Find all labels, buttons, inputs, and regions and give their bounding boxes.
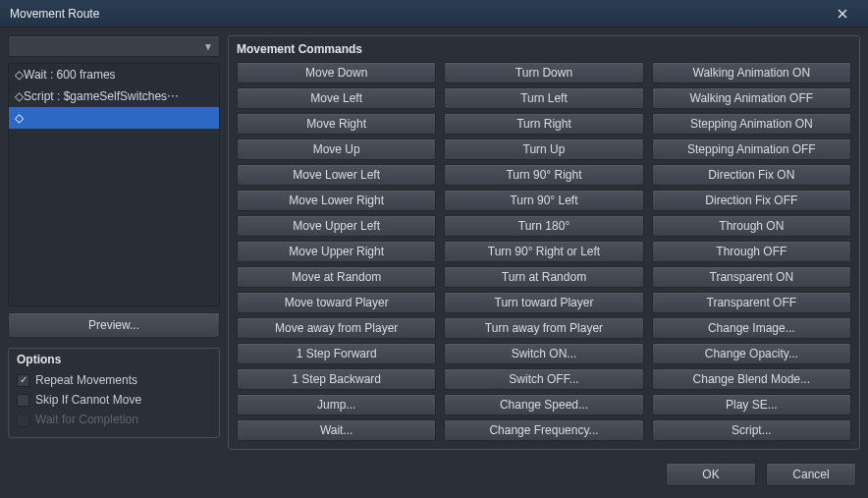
close-icon — [838, 9, 847, 19]
checkbox-icon — [17, 414, 29, 426]
command-button[interactable]: Turn 90° Left — [444, 190, 643, 211]
command-button[interactable]: Jump... — [237, 394, 436, 415]
preview-button[interactable]: Preview... — [8, 312, 220, 338]
command-button[interactable]: Turn at Random — [444, 266, 643, 288]
command-button[interactable]: Move toward Player — [237, 292, 436, 313]
window-title: Movement Route — [10, 7, 825, 21]
target-dropdown[interactable]: ▼ — [8, 35, 220, 57]
command-button[interactable]: Wait... — [237, 419, 436, 441]
command-button[interactable]: Move Upper Left — [237, 215, 436, 237]
command-button[interactable]: Move Down — [237, 62, 436, 83]
command-button[interactable]: Change Image... — [652, 317, 851, 339]
route-item[interactable]: ◇Wait : 600 frames — [9, 64, 219, 85]
command-button[interactable]: Turn Up — [444, 138, 643, 160]
command-button[interactable]: Stepping Animation OFF — [652, 138, 851, 160]
command-button[interactable]: Move away from Player — [237, 317, 436, 339]
ok-button[interactable]: OK — [666, 463, 756, 486]
wait-for-completion-label: Wait for Completion — [35, 411, 138, 428]
close-button[interactable] — [825, 0, 860, 27]
command-button[interactable]: Move Left — [237, 87, 436, 109]
command-button[interactable]: Walking Animation OFF — [652, 87, 851, 109]
command-button[interactable]: Through OFF — [652, 241, 851, 262]
command-button[interactable]: Turn Left — [444, 87, 643, 109]
skip-if-cannot-move-checkbox[interactable]: Skip If Cannot Move — [17, 390, 211, 410]
repeat-movements-label: Repeat Movements — [35, 371, 137, 389]
command-button[interactable]: Change Speed... — [444, 394, 643, 415]
route-item[interactable]: ◇ — [9, 107, 219, 129]
command-button[interactable]: Turn 90° Right or Left — [444, 241, 643, 262]
command-button[interactable]: Change Frequency... — [444, 419, 643, 441]
command-button[interactable]: Turn 180° — [444, 215, 643, 237]
command-button[interactable]: Walking Animation ON — [652, 62, 851, 83]
repeat-movements-checkbox[interactable]: ✓ Repeat Movements — [17, 370, 211, 390]
command-button[interactable]: Turn Right — [444, 113, 643, 135]
command-button[interactable]: Turn Down — [444, 62, 643, 83]
command-button[interactable]: 1 Step Backward — [237, 368, 436, 390]
skip-if-cannot-move-label: Skip If Cannot Move — [35, 391, 141, 409]
dialog-footer: OK Cancel — [0, 458, 868, 490]
route-item[interactable]: ◇Script : $gameSelfSwitches‧‧‧ — [9, 85, 219, 107]
chevron-down-icon: ▼ — [203, 41, 213, 52]
command-button[interactable]: Switch ON... — [444, 343, 643, 364]
command-button[interactable]: Change Blend Mode... — [652, 368, 851, 390]
command-button[interactable]: Move Lower Left — [237, 164, 436, 186]
movement-commands-title: Movement Commands — [237, 42, 851, 56]
command-button[interactable]: Stepping Animation ON — [652, 113, 851, 135]
command-button[interactable]: Move Right — [237, 113, 436, 135]
command-button[interactable]: Direction Fix ON — [652, 164, 851, 186]
command-button[interactable]: Move at Random — [237, 266, 436, 288]
route-list[interactable]: ◇Wait : 600 frames◇Script : $gameSelfSwi… — [8, 63, 220, 306]
command-button[interactable]: Direction Fix OFF — [652, 190, 851, 211]
command-button[interactable]: Turn 90° Right — [444, 164, 643, 186]
checkbox-icon — [17, 394, 29, 407]
command-button[interactable]: Turn toward Player — [444, 292, 643, 313]
command-button[interactable]: Transparent OFF — [652, 292, 851, 313]
command-button[interactable]: Play SE... — [652, 394, 851, 415]
checkbox-icon: ✓ — [17, 374, 29, 387]
options-group: Options ✓ Repeat Movements Skip If Canno… — [8, 348, 220, 438]
cancel-button[interactable]: Cancel — [766, 463, 856, 486]
movement-commands-group: Movement Commands Move DownTurn DownWalk… — [228, 35, 860, 450]
command-button[interactable]: Turn away from Player — [444, 317, 643, 339]
command-button[interactable]: Move Up — [237, 138, 436, 160]
wait-for-completion-checkbox: Wait for Completion — [17, 410, 211, 429]
title-bar: Movement Route — [0, 0, 868, 28]
command-button[interactable]: Change Opacity... — [652, 343, 851, 364]
command-button[interactable]: Script... — [652, 419, 851, 441]
command-button[interactable]: Through ON — [652, 215, 851, 237]
command-button[interactable]: Switch OFF... — [444, 368, 643, 390]
command-button[interactable]: Move Upper Right — [237, 241, 436, 262]
options-title: Options — [17, 353, 211, 366]
command-button[interactable]: Transparent ON — [652, 266, 851, 288]
command-button[interactable]: Move Lower Right — [237, 190, 436, 211]
command-button[interactable]: 1 Step Forward — [237, 343, 436, 364]
